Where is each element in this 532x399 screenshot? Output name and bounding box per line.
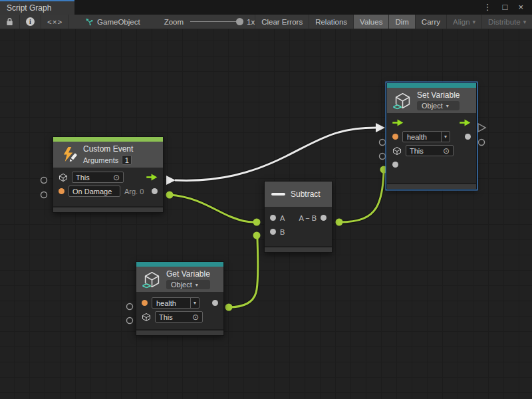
- edit-graph-button[interactable]: <×>: [41, 15, 69, 29]
- result-output-port[interactable]: [321, 215, 327, 221]
- target-field[interactable]: This ⊙: [72, 172, 124, 183]
- target-picker-icon[interactable]: ⊙: [113, 174, 120, 182]
- distribute-dropdown[interactable]: Distribute ▾: [482, 15, 532, 29]
- target-picker-icon[interactable]: ⊙: [192, 313, 199, 321]
- value-output-port[interactable]: [465, 134, 471, 140]
- close-icon[interactable]: ×: [513, 1, 528, 14]
- chevron-down-icon: ▾: [473, 19, 476, 25]
- wire-endpoint[interactable]: [336, 219, 343, 226]
- lock-icon: [6, 17, 13, 26]
- variable-name-dropdown[interactable]: health ▾: [152, 297, 200, 309]
- node-custom-event[interactable]: Custom Event Arguments 1 This: [53, 136, 164, 213]
- unconnected-port[interactable]: [127, 318, 133, 324]
- graph-owner-section: GameObject Zoom 1x: [69, 15, 255, 29]
- cube-icon: [59, 173, 68, 182]
- target-picker-icon[interactable]: ⊙: [443, 147, 450, 155]
- variable-name-port[interactable]: [392, 134, 398, 140]
- zoom-slider-handle[interactable]: [236, 18, 243, 25]
- node-title: Set Variable: [417, 90, 460, 100]
- flow-output-port[interactable]: [146, 174, 158, 181]
- arguments-label: Arguments: [83, 156, 118, 164]
- values-toggle[interactable]: Values: [354, 15, 389, 29]
- wire-get-to-b[interactable]: [229, 239, 258, 307]
- value-input-port[interactable]: [392, 162, 398, 168]
- node-header: Subtract: [265, 182, 332, 207]
- wire-flow[interactable]: [175, 128, 376, 180]
- node-header: <> Get Variable Object ▾: [136, 267, 223, 292]
- unconnected-port[interactable]: [41, 192, 47, 198]
- graph-owner-label[interactable]: GameObject: [97, 18, 140, 26]
- wire-endpoint[interactable]: [225, 304, 233, 311]
- node-body: This ⊙ On Damage Arg. 0: [53, 168, 163, 198]
- unconnected-port[interactable]: [127, 304, 133, 310]
- align-dropdown[interactable]: Align ▾: [447, 15, 482, 29]
- chevron-down-icon: ▾: [190, 298, 199, 308]
- tab-bar: Script Graph ⋮ □ ×: [0, 0, 532, 15]
- chevron-down-icon: ▾: [523, 19, 527, 25]
- event-name-field[interactable]: On Damage: [68, 186, 120, 197]
- arg0-output-port[interactable]: [152, 188, 158, 194]
- input-b-port[interactable]: [270, 229, 276, 235]
- node-color-strip: [136, 262, 223, 267]
- maximize-icon[interactable]: □: [498, 1, 513, 14]
- graph-canvas[interactable]: Custom Event Arguments 1 This: [0, 29, 532, 399]
- wire-subtract-to-set[interactable]: [339, 173, 384, 222]
- clear-errors-button[interactable]: Clear Errors: [255, 15, 309, 29]
- unconnected-port[interactable]: [41, 178, 47, 184]
- unconnected-port[interactable]: [479, 140, 485, 146]
- unconnected-flow-port[interactable]: [478, 124, 485, 132]
- wire-sub-set-outline: [339, 173, 384, 222]
- window-controls: ⋮ □ ×: [479, 0, 532, 15]
- lock-button[interactable]: [0, 15, 20, 29]
- zoom-slider[interactable]: [190, 21, 241, 22]
- node-body: A A − B B: [265, 207, 332, 239]
- variable-scope-dropdown[interactable]: Object ▾: [417, 101, 460, 110]
- node-header: <> Set Variable Object ▾: [387, 88, 476, 113]
- flow-input-arrow[interactable]: [376, 123, 385, 132]
- arguments-input[interactable]: 1: [122, 155, 132, 165]
- variable-scope-dropdown[interactable]: Object ▾: [166, 280, 210, 289]
- tab-script-graph[interactable]: Script Graph: [0, 0, 74, 15]
- relations-button[interactable]: Relations: [309, 15, 354, 29]
- variable-name-dropdown[interactable]: health ▾: [402, 131, 450, 142]
- flow-output-arrow[interactable]: [166, 176, 176, 185]
- target-field[interactable]: This ⊙: [155, 311, 203, 323]
- input-a-port[interactable]: [270, 215, 276, 221]
- dim-toggle[interactable]: Dim: [389, 15, 415, 29]
- node-title: Custom Event: [83, 144, 133, 154]
- flow-input-port[interactable]: [392, 119, 404, 126]
- unconnected-port[interactable]: [380, 140, 386, 146]
- graph-toolbar: i <×> GameObject Zoom 1x Clear Errors Re…: [0, 15, 532, 29]
- info-icon: i: [26, 17, 35, 26]
- target-field[interactable]: This ⊙: [406, 145, 454, 156]
- node-set-variable[interactable]: <> Set Variable Object ▾: [386, 82, 477, 190]
- unconnected-port[interactable]: [380, 154, 386, 160]
- node-footer: [387, 183, 476, 189]
- info-button[interactable]: i: [20, 15, 41, 29]
- wire-endpoint[interactable]: [253, 219, 261, 226]
- node-get-variable[interactable]: <> Get Variable Object ▾ health ▾: [136, 261, 224, 336]
- event-name-port[interactable]: [59, 188, 65, 194]
- node-title: Get Variable: [166, 269, 210, 279]
- node-footer: [53, 206, 163, 212]
- wire-endpoint[interactable]: [253, 232, 261, 239]
- wire-endpoint[interactable]: [166, 192, 174, 199]
- value-output-port[interactable]: [212, 300, 218, 306]
- node-color-strip: [387, 83, 476, 88]
- input-a-label: A: [280, 214, 285, 222]
- cube-icon: [392, 146, 402, 156]
- node-color-strip: [53, 137, 163, 142]
- carry-button[interactable]: Carry: [416, 15, 447, 29]
- input-b-label: B: [280, 228, 285, 236]
- wire-arg-to-a[interactable]: [170, 195, 254, 222]
- kebab-menu-icon[interactable]: ⋮: [479, 1, 497, 14]
- node-footer: [136, 329, 223, 335]
- custom-event-icon: [60, 146, 78, 164]
- zoom-value: 1x: [247, 18, 255, 26]
- wire-flow-outline: [175, 128, 376, 180]
- variable-name-port[interactable]: [142, 300, 148, 306]
- subtract-icon: [271, 193, 285, 196]
- node-subtract[interactable]: Subtract A A − B B: [264, 181, 332, 253]
- flow-output-port[interactable]: [460, 119, 471, 126]
- script-graph-window: Script Graph ⋮ □ × i <×> GameOb: [0, 0, 532, 399]
